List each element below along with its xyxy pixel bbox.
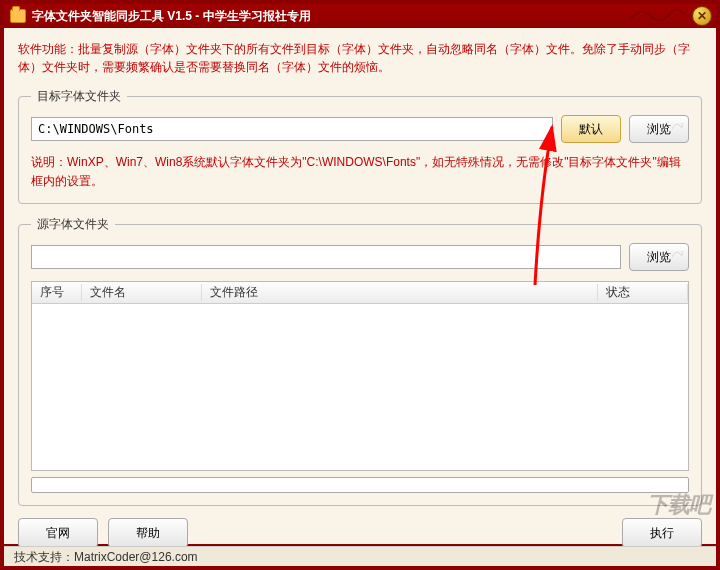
table-header: 序号 文件名 文件路径 状态 (32, 282, 688, 304)
help-label: 帮助 (136, 526, 160, 540)
source-browse-button[interactable]: 浏览 (629, 243, 689, 271)
description-text: 软件功能：批量复制源（字体）文件夹下的所有文件到目标（字体）文件夹，自动忽略同名… (18, 40, 702, 76)
close-button[interactable]: ✕ (692, 6, 712, 26)
close-icon: ✕ (697, 9, 707, 23)
target-legend: 目标字体文件夹 (31, 88, 127, 105)
target-note: 说明：WinXP、Win7、Win8系统默认字体文件夹为"C:\WINDOWS\… (31, 153, 689, 191)
target-path-input[interactable] (31, 117, 553, 141)
swirl-icon (670, 119, 684, 136)
run-button[interactable]: 执行 (622, 518, 702, 548)
footer-bar: 技术支持：MatrixCoder@126.com (4, 546, 716, 566)
target-browse-button[interactable]: 浏览 (629, 115, 689, 143)
source-path-input[interactable] (31, 245, 621, 269)
col-name[interactable]: 文件名 (82, 284, 202, 301)
file-list-table: 序号 文件名 文件路径 状态 (31, 281, 689, 471)
bottom-button-row: 官网 帮助 执行 (18, 518, 702, 548)
source-browse-label: 浏览 (647, 250, 671, 264)
website-button[interactable]: 官网 (18, 518, 98, 548)
folder-icon (10, 9, 26, 23)
watermark: 下载吧 (647, 490, 710, 520)
col-path[interactable]: 文件路径 (202, 284, 598, 301)
support-text: 技术支持：MatrixCoder@126.com (14, 550, 198, 564)
target-folder-group: 目标字体文件夹 默认 浏览 说明：WinXP、Win7、Win8系统默认字体文件… (18, 88, 702, 204)
progress-bar (31, 477, 689, 493)
swirl-icon (670, 247, 684, 264)
window-title: 字体文件夹智能同步工具 V1.5 - 中学生学习报社专用 (32, 8, 311, 25)
help-button[interactable]: 帮助 (108, 518, 188, 548)
decorative-swirl (626, 4, 686, 24)
default-button-label: 默认 (579, 122, 603, 136)
run-label: 执行 (650, 526, 674, 540)
default-button[interactable]: 默认 (561, 115, 621, 143)
source-folder-group: 源字体文件夹 浏览 序号 文件名 文件路径 状态 (18, 216, 702, 506)
website-label: 官网 (46, 526, 70, 540)
titlebar: 字体文件夹智能同步工具 V1.5 - 中学生学习报社专用 ✕ (4, 4, 716, 28)
table-body (32, 304, 688, 471)
source-legend: 源字体文件夹 (31, 216, 115, 233)
col-status[interactable]: 状态 (598, 284, 688, 301)
target-browse-label: 浏览 (647, 122, 671, 136)
content-area: 软件功能：批量复制源（字体）文件夹下的所有文件到目标（字体）文件夹，自动忽略同名… (4, 28, 716, 544)
col-seq[interactable]: 序号 (32, 284, 82, 301)
